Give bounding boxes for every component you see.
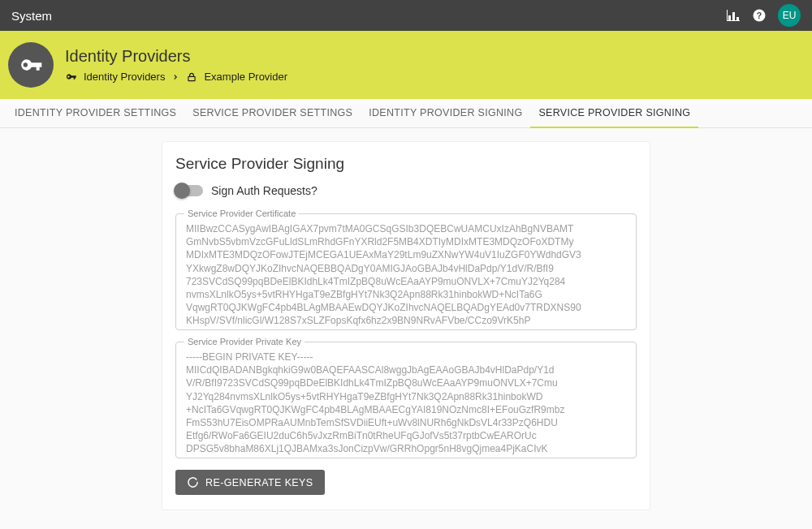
page-title: Identity Providers: [65, 47, 287, 66]
tab-identity-provider-settings[interactable]: IDENTITY PROVIDER SETTINGS: [6, 99, 184, 128]
app-title: System: [11, 9, 52, 23]
key-circle-icon: [8, 42, 54, 88]
avatar[interactable]: EU: [778, 4, 801, 27]
section-heading: Service Provider Signing: [175, 155, 637, 173]
header-band: Identity Providers Identity Providers Ex…: [0, 31, 812, 99]
tab-identity-provider-signing[interactable]: IDENTITY PROVIDER SIGNING: [361, 99, 530, 128]
key-icon: [65, 71, 77, 83]
sp-private-key-input[interactable]: [176, 342, 636, 454]
breadcrumb-current: Example Provider: [204, 71, 287, 83]
sign-auth-toggle-row: Sign Auth Requests?: [175, 184, 637, 197]
regenerate-keys-label: RE-GENERATE KEYS: [205, 477, 313, 488]
sign-auth-toggle[interactable]: [175, 185, 203, 196]
refresh-icon: [187, 476, 199, 488]
sp-certificate-label: Service Provider Certificate: [184, 209, 299, 218]
svg-text:?: ?: [757, 11, 762, 20]
sign-auth-toggle-label: Sign Auth Requests?: [211, 184, 317, 197]
sp-certificate-field: Service Provider Certificate: [175, 213, 637, 330]
signing-card: Service Provider Signing Sign Auth Reque…: [162, 141, 650, 510]
regenerate-keys-button[interactable]: RE-GENERATE KEYS: [175, 470, 325, 495]
svg-rect-2: [188, 76, 195, 80]
chevron-right-icon: [171, 73, 179, 81]
breadcrumb: Identity Providers Example Provider: [65, 71, 287, 83]
chart-icon[interactable]: [723, 5, 744, 26]
tab-service-provider-settings[interactable]: SERVICE PROVIDER SETTINGS: [184, 99, 361, 128]
sp-certificate-input[interactable]: [176, 214, 636, 326]
tab-service-provider-signing[interactable]: SERVICE PROVIDER SIGNING: [530, 99, 698, 128]
avatar-initials: EU: [783, 10, 797, 21]
tabs: IDENTITY PROVIDER SETTINGS SERVICE PROVI…: [0, 99, 812, 128]
help-icon[interactable]: ?: [749, 5, 770, 26]
lock-icon: [186, 71, 197, 83]
sp-private-key-label: Service Provider Private Key: [184, 337, 304, 346]
topbar: System ? EU: [0, 0, 812, 31]
breadcrumb-root[interactable]: Identity Providers: [84, 71, 165, 83]
sp-private-key-field: Service Provider Private Key: [175, 342, 637, 458]
